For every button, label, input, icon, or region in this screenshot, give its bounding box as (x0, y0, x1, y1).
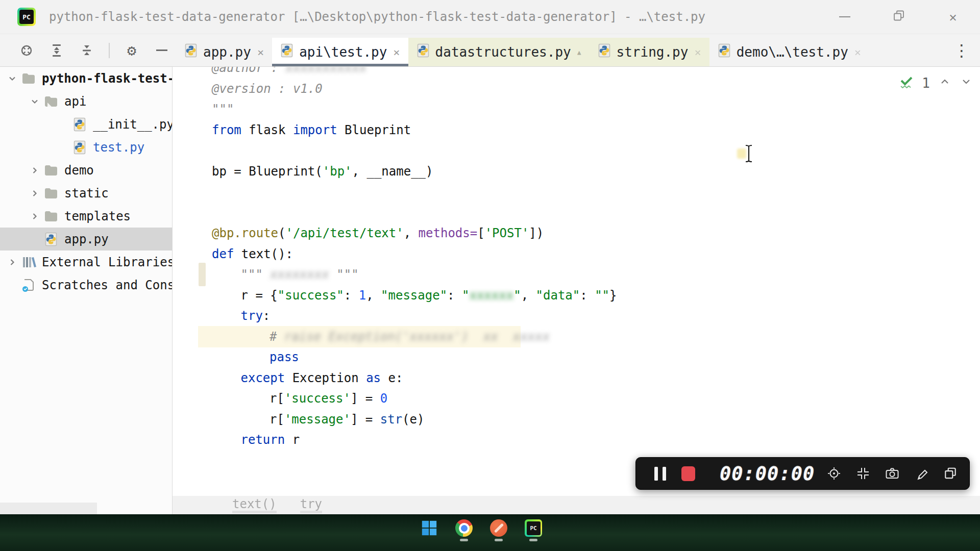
hide-panel-icon[interactable] (154, 42, 170, 59)
tab-modified-icon: ▲ (577, 48, 581, 56)
inspection-ok-icon (898, 74, 914, 92)
taskbar-item-chrome[interactable] (454, 519, 474, 541)
recorder-tools (826, 466, 958, 481)
shrink-icon[interactable] (855, 466, 871, 481)
tree-item-label: static (64, 186, 109, 201)
tab-close-icon[interactable]: × (393, 46, 400, 59)
draw-pen-icon[interactable] (914, 466, 929, 481)
toolbar-separator (109, 43, 110, 58)
settings-gear-icon[interactable]: ⚙ (124, 42, 140, 59)
python-file-icon (42, 232, 60, 246)
tab-demo-test-py[interactable]: demo\…\test.py× (709, 38, 869, 66)
taskbar-item-pycharm[interactable]: PC (523, 519, 544, 541)
tab-label: app.py (203, 44, 251, 60)
tree-item-app-py[interactable]: app.py (0, 228, 172, 251)
tree-item-init-py[interactable]: __init__.py (0, 113, 172, 136)
running-indicator (529, 539, 537, 541)
minimize-icon (839, 16, 850, 17)
breadcrumb-text[interactable]: text() (232, 497, 277, 513)
chevron-right-icon[interactable] (5, 257, 19, 268)
tree-item-scratches-and-consoles[interactable]: Scratches and Consoles (0, 273, 172, 296)
taskbar-item-screen-recorder-app[interactable] (488, 519, 509, 541)
code-line: def text(): (212, 244, 980, 265)
code-line: pass (212, 347, 980, 368)
chevron-right-icon[interactable] (28, 211, 42, 222)
taskbar-item-windows-start[interactable] (419, 519, 439, 543)
tree-item-label: templates (64, 209, 131, 223)
tab-label: api\test.py (299, 44, 387, 60)
tab-api-test-py[interactable]: api\test.py× (272, 38, 408, 66)
tab-close-icon[interactable]: × (257, 46, 264, 59)
code-area[interactable]: @author : xxxxxxxxxxx@version : v1.0"""f… (212, 67, 980, 450)
code-line: r['message'] = str(e) (212, 409, 980, 430)
folder-icon (42, 163, 60, 178)
running-indicator (460, 539, 468, 541)
chevron-up-icon[interactable] (938, 75, 951, 91)
tab-label: demo\…\test.py (737, 44, 848, 60)
chevron-down-icon[interactable] (960, 75, 973, 91)
code-editor[interactable]: @author : xxxxxxxxxxx@version : v1.0"""f… (173, 67, 980, 514)
pause-button[interactable] (654, 467, 666, 481)
python-file-icon (184, 43, 198, 61)
tree-item-static[interactable]: static (0, 182, 172, 205)
pycharm-icon: PC (525, 519, 542, 537)
windows-taskbar: PC (0, 514, 980, 551)
tree-item-test-py[interactable]: test.py (0, 136, 172, 159)
screenshot-camera-icon[interactable] (885, 466, 900, 481)
tree-item-label: api (64, 94, 86, 109)
restore-button[interactable] (872, 0, 926, 34)
gutter-marker (199, 263, 206, 286)
tab-datastructures-py[interactable]: datastructures.py▲ (408, 38, 590, 66)
chevron-down-icon[interactable] (5, 73, 19, 84)
tab-string-py[interactable]: string.py× (590, 38, 709, 66)
close-button[interactable]: ✕ (926, 0, 980, 34)
scratches-icon (19, 278, 38, 293)
kebab-menu-icon[interactable]: ⋮ (951, 41, 972, 60)
focus-icon[interactable] (826, 466, 842, 481)
breadcrumb-try[interactable]: try (300, 497, 322, 513)
code-line (212, 203, 980, 223)
tree-item-label: Scratches and Consoles (42, 278, 172, 292)
code-line (212, 182, 980, 203)
project-toolbar: ⚙ (18, 34, 170, 66)
recording-time: 00:00:00 (720, 463, 815, 485)
tab-toolbar-row: ⚙ app.py×api\test.py×datastructures.py▲s… (0, 34, 980, 67)
inspection-widget: 1 (898, 74, 973, 92)
window-controls: ✕ (818, 0, 980, 34)
close-icon: ✕ (949, 10, 957, 24)
stop-button[interactable] (681, 466, 695, 481)
code-line: return r (212, 430, 980, 450)
chevron-down-icon[interactable] (28, 96, 42, 107)
tab-close-icon[interactable]: × (694, 46, 701, 59)
restore-icon (892, 9, 905, 24)
tab-close-icon[interactable]: × (854, 46, 861, 59)
code-line: except Exception as e: (212, 368, 980, 389)
editor-tabs: app.py×api\test.py×datastructures.py▲str… (176, 38, 869, 66)
window-title: python-flask-test-data-generator […\Desk… (49, 10, 705, 24)
status-bar-stub (0, 503, 97, 514)
tree-item-label: External Libraries (42, 255, 172, 269)
folder-icon (19, 71, 38, 86)
chevron-right-icon[interactable] (28, 188, 42, 199)
tree-item-api[interactable]: api (0, 90, 172, 113)
tree-item-label: app.py (64, 232, 109, 246)
tree-item-demo[interactable]: demo (0, 159, 172, 182)
project-tree-panel: python-flask-test-data-generatorapi__ini… (0, 67, 173, 514)
inspection-count: 1 (922, 76, 930, 91)
chevron-right-icon[interactable] (28, 165, 42, 176)
code-line: r = {"success": 1, "message": "xxxxxx", … (212, 285, 980, 306)
chrome-icon (455, 519, 473, 537)
tree-item-python-flask-test-data-generator[interactable]: python-flask-test-data-generator (0, 67, 172, 90)
running-indicator (495, 539, 503, 541)
python-file-icon (717, 43, 731, 61)
tab-app-py[interactable]: app.py× (176, 38, 272, 66)
expand-all-icon[interactable] (48, 42, 65, 59)
minimize-button[interactable] (818, 0, 872, 34)
collapse-all-icon[interactable] (79, 42, 95, 59)
tree-item-external-libraries[interactable]: External Libraries (0, 251, 172, 273)
tree-item-templates[interactable]: templates (0, 205, 172, 228)
window-restore-icon[interactable] (943, 466, 958, 481)
taskbar-icons: PC (419, 514, 544, 551)
code-line (212, 140, 980, 161)
locate-icon[interactable] (18, 42, 35, 59)
